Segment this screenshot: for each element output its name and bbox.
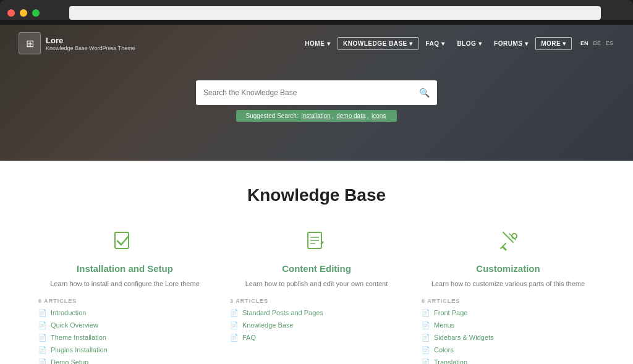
browser-controls [7, 6, 626, 20]
svg-point-9 [512, 234, 517, 239]
nav-more[interactable]: MORE ▾ [535, 37, 572, 50]
article-link-theme-installation[interactable]: Theme Installation [51, 334, 106, 341]
article-theme-installation[interactable]: 📄 Theme Installation [38, 334, 211, 342]
suggested-search: Suggested Search: installation, demo dat… [236, 110, 397, 122]
article-link-menus[interactable]: Menus [434, 321, 454, 329]
customization-articles: 📄 Front Page 📄 Menus 📄 Sidebars & Widget… [422, 309, 595, 365]
article-link-colors[interactable]: Colors [434, 346, 454, 353]
article-knowledge-base[interactable]: 📄 Knowledge Base [230, 321, 403, 329]
installation-title[interactable]: Installation and Setup [77, 263, 173, 274]
nav-faq[interactable]: FAQ ▾ [421, 38, 450, 49]
content-editing-desc: Learn how to publish and edit your own c… [245, 279, 388, 289]
kb-section: Knowledge Base Installation and Setup Le… [0, 161, 633, 364]
logo[interactable]: ⊞ Lore Knowledge Base WordPress Theme [19, 32, 135, 54]
content-editing-title[interactable]: Content Editing [282, 263, 351, 274]
doc-icon: 📄 [230, 321, 239, 329]
article-translation[interactable]: 📄 Translation [422, 358, 595, 365]
doc-icon: 📄 [230, 334, 239, 342]
maximize-dot[interactable] [32, 9, 40, 17]
article-link-introduction[interactable]: Introduction [51, 309, 86, 316]
article-link-translation[interactable]: Translation [434, 358, 467, 364]
doc-icon: 📄 [422, 358, 430, 365]
search-icon[interactable]: 🔍 [419, 88, 430, 98]
article-menus[interactable]: 📄 Menus [422, 321, 595, 329]
article-link-quick-overview[interactable]: Quick Overview [51, 321, 98, 329]
nav-blog[interactable]: BLOG ▾ [452, 38, 486, 49]
nav-forums[interactable]: FORUMS ▾ [489, 38, 533, 49]
category-customization: Customization Learn how to customize var… [422, 230, 595, 364]
doc-icon: 📄 [38, 334, 47, 342]
article-link-faq[interactable]: FAQ [242, 334, 256, 341]
hero-content: 🔍 Suggested Search: installation, demo d… [0, 62, 633, 122]
logo-text: Lore Knowledge Base WordPress Theme [46, 36, 135, 51]
suggested-link-icons[interactable]: icons [372, 112, 386, 119]
close-dot[interactable] [7, 9, 15, 17]
article-link-front-page[interactable]: Front Page [434, 309, 467, 316]
doc-icon: 📄 [422, 346, 430, 354]
browser-chrome [0, 0, 633, 20]
address-bar [69, 6, 601, 20]
doc-icon: 📄 [422, 334, 430, 342]
language-switcher: EN DE ES [579, 40, 614, 47]
article-faq[interactable]: 📄 FAQ [230, 334, 403, 342]
customization-desc: Learn how to customize various parts of … [431, 279, 585, 289]
suggested-link-demo-data[interactable]: demo data [336, 112, 365, 119]
installation-count: 6 ARTICLES [38, 298, 77, 304]
article-quick-overview[interactable]: 📄 Quick Overview [38, 321, 211, 329]
content-editing-icon [305, 230, 328, 257]
category-installation-setup: Installation and Setup Learn how to inst… [38, 230, 211, 364]
customization-icon [497, 230, 519, 257]
installation-articles: 📄 Introduction 📄 Quick Overview 📄 Theme … [38, 309, 211, 365]
article-introduction[interactable]: 📄 Introduction [38, 309, 211, 317]
lang-es[interactable]: ES [605, 40, 614, 47]
content-editing-count: 3 ARTICLES [230, 298, 268, 304]
article-link-knowledge-base[interactable]: Knowledge Base [242, 321, 294, 329]
search-bar: 🔍 [196, 80, 437, 105]
article-demo-setup[interactable]: 📄 Demo Setup [38, 358, 211, 365]
nav-links: HOME ▾ KNOWLEDGE BASE ▾ FAQ ▾ BLOG ▾ FOR… [300, 37, 614, 50]
doc-icon: 📄 [38, 346, 47, 354]
customization-title[interactable]: Customization [476, 263, 540, 274]
doc-icon: 📄 [38, 321, 47, 329]
lang-en[interactable]: EN [579, 40, 590, 47]
minimize-dot[interactable] [20, 9, 27, 17]
article-link-demo-setup[interactable]: Demo Setup [51, 358, 88, 364]
kb-title: Knowledge Base [19, 185, 614, 205]
article-link-plugins-installation[interactable]: Plugins Installation [51, 346, 108, 353]
installation-desc: Learn how to install and configure the L… [50, 279, 200, 289]
nav-knowledge-base[interactable]: KNOWLEDGE BASE ▾ [338, 37, 418, 50]
installation-icon [114, 230, 136, 257]
doc-icon: 📄 [38, 309, 47, 317]
suggested-label: Suggested Search: [246, 112, 299, 119]
doc-icon: 📄 [38, 358, 47, 365]
logo-icon: ⊞ [19, 32, 41, 54]
site-name: Lore [46, 36, 135, 45]
article-link-standard-posts[interactable]: Standard Posts and Pages [242, 309, 323, 316]
main-nav: ⊞ Lore Knowledge Base WordPress Theme HO… [0, 25, 633, 62]
doc-icon: 📄 [422, 321, 430, 329]
suggested-link-installation[interactable]: installation [301, 112, 330, 119]
article-plugins-installation[interactable]: 📄 Plugins Installation [38, 346, 211, 354]
article-standard-posts[interactable]: 📄 Standard Posts and Pages [230, 309, 403, 317]
customization-count: 6 ARTICLES [422, 298, 460, 304]
site-tagline: Knowledge Base WordPress Theme [46, 45, 135, 51]
page-wrapper: ⊞ Lore Knowledge Base WordPress Theme HO… [0, 25, 633, 364]
nav-home[interactable]: HOME ▾ [300, 38, 335, 49]
article-sidebars-widgets[interactable]: 📄 Sidebars & Widgets [422, 334, 595, 342]
search-input[interactable] [203, 88, 414, 97]
categories-grid: Installation and Setup Learn how to inst… [38, 230, 595, 364]
category-content-editing: Content Editing Learn how to publish and… [230, 230, 403, 364]
lang-de[interactable]: DE [592, 40, 602, 47]
article-front-page[interactable]: 📄 Front Page [422, 309, 595, 317]
doc-icon: 📄 [422, 309, 430, 317]
article-link-sidebars-widgets[interactable]: Sidebars & Widgets [434, 334, 494, 341]
article-colors[interactable]: 📄 Colors [422, 346, 595, 354]
content-editing-articles: 📄 Standard Posts and Pages 📄 Knowledge B… [230, 309, 403, 346]
hero-section: ⊞ Lore Knowledge Base WordPress Theme HO… [0, 25, 633, 161]
doc-icon: 📄 [230, 309, 239, 317]
